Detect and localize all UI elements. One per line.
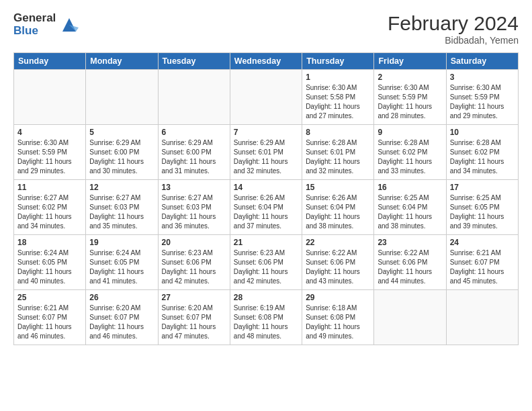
day-number: 27 [162,293,226,302]
day-number: 4 [17,128,82,137]
day-info: Sunrise: 6:23 AMSunset: 6:06 PMDaylight:… [234,249,288,285]
table-row: 14Sunrise: 6:26 AMSunset: 6:04 PMDayligh… [230,180,302,235]
day-number: 1 [306,73,370,82]
table-row: 6Sunrise: 6:29 AMSunset: 6:00 PMDaylight… [158,125,230,180]
day-info: Sunrise: 6:22 AMSunset: 6:06 PMDaylight:… [378,249,432,285]
day-number: 3 [450,73,515,82]
location: Bidbadah, Yemen [388,35,519,46]
day-info: Sunrise: 6:29 AMSunset: 6:01 PMDaylight:… [234,139,288,175]
table-row: 28Sunrise: 6:19 AMSunset: 6:08 PMDayligh… [230,290,302,345]
day-info: Sunrise: 6:28 AMSunset: 6:02 PMDaylight:… [450,139,504,175]
table-row: 19Sunrise: 6:24 AMSunset: 6:05 PMDayligh… [86,235,158,290]
calendar-week-row: 25Sunrise: 6:21 AMSunset: 6:07 PMDayligh… [14,290,519,345]
day-info: Sunrise: 6:19 AMSunset: 6:08 PMDaylight:… [234,304,288,340]
table-row: 21Sunrise: 6:23 AMSunset: 6:06 PMDayligh… [230,235,302,290]
logo: General Blue [13,12,79,37]
logo-icon [60,15,79,34]
table-row: 4Sunrise: 6:30 AMSunset: 5:59 PMDaylight… [14,125,86,180]
table-row: 3Sunrise: 6:30 AMSunset: 5:59 PMDaylight… [446,70,518,125]
table-row [158,70,230,125]
day-info: Sunrise: 6:26 AMSunset: 6:04 PMDaylight:… [306,194,360,230]
day-info: Sunrise: 6:27 AMSunset: 6:03 PMDaylight:… [89,194,144,230]
day-number: 11 [17,183,82,192]
day-number: 18 [17,238,82,247]
day-number: 5 [89,128,154,137]
day-number: 16 [378,183,442,192]
day-info: Sunrise: 6:30 AMSunset: 5:58 PMDaylight:… [306,84,360,120]
day-info: Sunrise: 6:24 AMSunset: 6:05 PMDaylight:… [89,249,144,285]
header-monday: Monday [86,53,158,70]
header-thursday: Thursday [302,53,374,70]
table-row [374,290,446,345]
table-row: 11Sunrise: 6:27 AMSunset: 6:02 PMDayligh… [14,180,86,235]
table-row: 20Sunrise: 6:23 AMSunset: 6:06 PMDayligh… [158,235,230,290]
logo-general-text: General [13,12,56,25]
table-row: 15Sunrise: 6:26 AMSunset: 6:04 PMDayligh… [302,180,374,235]
table-row: 5Sunrise: 6:29 AMSunset: 6:00 PMDaylight… [86,125,158,180]
table-row: 1Sunrise: 6:30 AMSunset: 5:58 PMDaylight… [302,70,374,125]
day-number: 26 [89,293,154,302]
day-info: Sunrise: 6:24 AMSunset: 6:05 PMDaylight:… [17,249,72,285]
day-number: 12 [89,183,154,192]
table-row [446,290,518,345]
page: General Blue February 2024 Bidbadah, Yem… [0,0,532,411]
day-info: Sunrise: 6:29 AMSunset: 6:00 PMDaylight:… [89,139,144,175]
table-row: 22Sunrise: 6:22 AMSunset: 6:06 PMDayligh… [302,235,374,290]
day-info: Sunrise: 6:25 AMSunset: 6:04 PMDaylight:… [378,194,432,230]
table-row: 29Sunrise: 6:18 AMSunset: 6:08 PMDayligh… [302,290,374,345]
day-number: 7 [234,128,298,137]
day-number: 6 [162,128,226,137]
table-row: 13Sunrise: 6:27 AMSunset: 6:03 PMDayligh… [158,180,230,235]
table-row: 7Sunrise: 6:29 AMSunset: 6:01 PMDaylight… [230,125,302,180]
day-info: Sunrise: 6:28 AMSunset: 6:02 PMDaylight:… [378,139,432,175]
header: General Blue February 2024 Bidbadah, Yem… [13,12,519,46]
table-row: 8Sunrise: 6:28 AMSunset: 6:01 PMDaylight… [302,125,374,180]
table-row: 12Sunrise: 6:27 AMSunset: 6:03 PMDayligh… [86,180,158,235]
table-row: 18Sunrise: 6:24 AMSunset: 6:05 PMDayligh… [14,235,86,290]
day-info: Sunrise: 6:22 AMSunset: 6:06 PMDaylight:… [306,249,360,285]
day-info: Sunrise: 6:21 AMSunset: 6:07 PMDaylight:… [450,249,504,285]
day-number: 29 [306,293,370,302]
table-row: 16Sunrise: 6:25 AMSunset: 6:04 PMDayligh… [374,180,446,235]
day-info: Sunrise: 6:20 AMSunset: 6:07 PMDaylight:… [89,304,144,340]
calendar-week-row: 4Sunrise: 6:30 AMSunset: 5:59 PMDaylight… [14,125,519,180]
table-row: 23Sunrise: 6:22 AMSunset: 6:06 PMDayligh… [374,235,446,290]
header-tuesday: Tuesday [158,53,230,70]
logo-blue-text: Blue [13,25,56,38]
day-number: 13 [162,183,226,192]
day-info: Sunrise: 6:27 AMSunset: 6:03 PMDaylight:… [162,194,216,230]
table-row [230,70,302,125]
table-row [14,70,86,125]
table-row: 26Sunrise: 6:20 AMSunset: 6:07 PMDayligh… [86,290,158,345]
day-info: Sunrise: 6:21 AMSunset: 6:07 PMDaylight:… [17,304,72,340]
day-number: 20 [162,238,226,247]
day-number: 28 [234,293,298,302]
day-number: 15 [306,183,370,192]
day-number: 19 [89,238,154,247]
table-row: 9Sunrise: 6:28 AMSunset: 6:02 PMDaylight… [374,125,446,180]
calendar-week-row: 18Sunrise: 6:24 AMSunset: 6:05 PMDayligh… [14,235,519,290]
logo-text: General Blue [13,12,56,37]
day-info: Sunrise: 6:23 AMSunset: 6:06 PMDaylight:… [162,249,216,285]
calendar-week-row: 11Sunrise: 6:27 AMSunset: 6:02 PMDayligh… [14,180,519,235]
day-info: Sunrise: 6:20 AMSunset: 6:07 PMDaylight:… [162,304,216,340]
header-saturday: Saturday [446,53,518,70]
day-info: Sunrise: 6:30 AMSunset: 5:59 PMDaylight:… [17,139,72,175]
table-row: 17Sunrise: 6:25 AMSunset: 6:05 PMDayligh… [446,180,518,235]
day-info: Sunrise: 6:28 AMSunset: 6:01 PMDaylight:… [306,139,360,175]
day-info: Sunrise: 6:30 AMSunset: 5:59 PMDaylight:… [378,84,432,120]
day-number: 25 [17,293,82,302]
header-friday: Friday [374,53,446,70]
day-number: 8 [306,128,370,137]
table-row: 2Sunrise: 6:30 AMSunset: 5:59 PMDaylight… [374,70,446,125]
title-block: February 2024 Bidbadah, Yemen [388,12,519,46]
day-info: Sunrise: 6:18 AMSunset: 6:08 PMDaylight:… [306,304,360,340]
table-row: 24Sunrise: 6:21 AMSunset: 6:07 PMDayligh… [446,235,518,290]
day-info: Sunrise: 6:30 AMSunset: 5:59 PMDaylight:… [450,84,504,120]
table-row: 27Sunrise: 6:20 AMSunset: 6:07 PMDayligh… [158,290,230,345]
day-number: 21 [234,238,298,247]
day-number: 23 [378,238,442,247]
day-info: Sunrise: 6:25 AMSunset: 6:05 PMDaylight:… [450,194,504,230]
calendar-week-row: 1Sunrise: 6:30 AMSunset: 5:58 PMDaylight… [14,70,519,125]
header-sunday: Sunday [14,53,86,70]
